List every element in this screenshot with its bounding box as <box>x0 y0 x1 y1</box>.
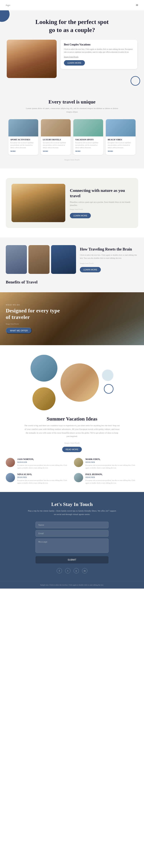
team-role-mark: DESIGNER <box>85 461 138 463</box>
connecting-card: Connecting with nature as you travel Pha… <box>6 178 138 228</box>
summer-read-more-button[interactable]: READ MORE <box>62 447 82 452</box>
summer-subtitle: The world is big and there are countless… <box>24 424 120 438</box>
every-travel-subtitle: Lorem ipsum dolor sit amet, consectetur … <box>24 107 120 114</box>
designed-title: Designed for every type of traveler <box>6 307 63 320</box>
hero-couple-photo <box>7 40 57 78</box>
contact-title: Let's Stay In Touch <box>6 501 138 507</box>
hero-card-title: Best Couples Vacations <box>64 43 134 46</box>
team-info-jass: JASS NORTON, MANAGER Excepteur sint occa… <box>17 458 70 469</box>
contact-email-input[interactable] <box>35 530 109 537</box>
reset-title: How Traveling Resets the Brain <box>80 247 138 252</box>
sport-card-label: SPORT ACTIVITIES <box>8 138 38 141</box>
reset-images <box>6 245 76 274</box>
beach-card-image <box>106 119 136 136</box>
reset-text-block: How Traveling Resets the Brain Click to … <box>80 247 138 272</box>
sport-card-image <box>8 119 38 136</box>
twitter-icon[interactable]: t <box>65 568 70 574</box>
reset-section: How Traveling Resets the Brain Click to … <box>0 238 144 292</box>
team-role-jass: MANAGER <box>17 461 70 463</box>
connecting-image <box>11 184 65 222</box>
team-avatar-jass <box>6 458 15 467</box>
summer-title: Summer Vacation Ideas <box>6 416 138 422</box>
reset-inner: How Traveling Resets the Brain Click to … <box>6 245 138 274</box>
team-desc-mark: Excepteur sint occaecat non proident, bu… <box>85 464 138 469</box>
connecting-learn-more-button[interactable]: LEARN MORE <box>70 213 91 218</box>
summer-small-circle-2 <box>32 388 56 410</box>
summer-small-circles <box>31 355 57 410</box>
logo[interactable]: logo <box>6 4 10 7</box>
hero-content: Best Couples Vacations Click to select t… <box>7 40 137 78</box>
beach-card-text: Excepteur sint occaecat cupidatat non pr… <box>106 142 136 149</box>
vacation-card-label: VACATION SPOTS <box>73 138 103 141</box>
footer-text: Sample text. Click to select the text bo… <box>6 584 138 586</box>
team-avatar-nina <box>6 473 15 482</box>
connecting-title: Connecting with nature as you travel <box>70 188 133 199</box>
facebook-icon[interactable]: f <box>57 568 62 574</box>
hero-outline-circle <box>131 76 140 86</box>
contact-message-input[interactable] <box>35 538 109 553</box>
hero-info-card: Best Couples Vacations Click to select t… <box>60 40 137 69</box>
connecting-image-credit: Image from Pexels <box>70 208 133 210</box>
travel-card-hotel: LUXURY HOTELS Excepteur sint occaecat cu… <box>41 119 71 155</box>
designed-content: WHAT WE DO Designed for every type of tr… <box>6 304 138 334</box>
travel-card-sport: SPORT ACTIVITIES Excepteur sint occaecat… <box>8 119 38 155</box>
contact-section: Let's Stay In Touch Plan a trip for the … <box>0 492 144 581</box>
hotel-card-text: Excepteur sint occaecat cupidatat non pr… <box>41 142 71 149</box>
team-name-paul: PAUL HUDSON, <box>85 473 138 476</box>
team-info-nina: NINA SCAVO, DESIGNER Excepteur sint occa… <box>17 473 70 484</box>
team-info-paul: PAUL HUDSON, DESIGNER Excepteur sint occ… <box>85 473 138 484</box>
reset-image-1 <box>6 245 27 274</box>
summer-visual-area <box>6 355 138 410</box>
team-desc-paul: Excepteur sint occaecat non proident, bu… <box>85 479 138 484</box>
hero-card-text: Click to select the text box. Click agai… <box>64 48 134 54</box>
navbar: logo ≡ <box>0 0 144 10</box>
every-travel-section: Every travel is unique Lorem ipsum dolor… <box>0 90 144 168</box>
summer-image-credit: Images from Pexels <box>6 442 138 444</box>
designed-offer-button[interactable]: WHAT WE OFFER <box>6 328 32 334</box>
team-role-paul: DESIGNER <box>85 476 138 478</box>
hero-learn-more-button[interactable]: LEARN MORE <box>64 60 85 66</box>
connecting-desc: Phasellus a ultrices quam eget arcu grav… <box>70 201 133 207</box>
travel-card-beach: BEACH VIBES Excepteur sint occaecat cupi… <box>106 119 136 155</box>
hotel-card-more[interactable]: MORE <box>41 150 71 152</box>
team-role-nina: DESIGNER <box>17 476 70 478</box>
team-desc-nina: Excepteur sint occaecat non proident, bu… <box>17 479 70 484</box>
team-name-nina: NINA SCAVO, <box>17 473 70 476</box>
reset-image-credit: Images from Pexels <box>80 262 138 264</box>
reset-image-3 <box>51 245 76 274</box>
connecting-section: Connecting with nature as you travel Pha… <box>0 168 144 238</box>
designed-section: WHAT WE DO Designed for every type of tr… <box>0 292 144 345</box>
vacation-card-text: Excepteur sint occaecat cupidatat non pr… <box>73 142 103 149</box>
team-card-nina: NINA SCAVO, DESIGNER Excepteur sint occa… <box>6 473 70 484</box>
youtube-icon[interactable]: y <box>74 568 79 574</box>
travel-card-vacation: VACATION SPOTS Excepteur sint occaecat c… <box>73 119 103 155</box>
contact-submit-button[interactable]: SUBMIT <box>35 556 109 563</box>
reset-learn-more-button[interactable]: LEARN MORE <box>80 267 101 272</box>
footer: Sample text. Click to select the text bo… <box>0 581 144 589</box>
summer-text-block: Summer Vacation Ideas The world is big a… <box>6 416 138 452</box>
contact-desc: Plan a trip for the whole family—from fa… <box>28 509 116 516</box>
hero-image-wrapper <box>7 40 57 78</box>
contact-name-input[interactable] <box>35 522 109 528</box>
sport-card-more[interactable]: MORE <box>8 150 38 152</box>
hamburger-menu-icon[interactable]: ≡ <box>136 3 138 8</box>
hotel-card-image <box>41 119 71 136</box>
beach-card-label: BEACH VIBES <box>106 138 136 141</box>
team-name-jass: JASS NORTON, <box>17 458 70 461</box>
hotel-card-label: LUXURY HOTELS <box>41 138 71 141</box>
summer-outline-circle <box>104 384 113 394</box>
hero-card-image-link[interactable]: Image from Pexels <box>64 56 134 58</box>
beach-card-more[interactable]: MORE <box>106 150 136 152</box>
benefits-title: Benefits of Travel <box>6 280 138 285</box>
social-icons-row: f t y in <box>6 568 138 574</box>
summer-section: Summer Vacation Ideas The world is big a… <box>0 345 144 492</box>
linkedin-icon[interactable]: in <box>82 568 87 574</box>
team-avatar-paul <box>74 473 83 482</box>
vacation-card-more[interactable]: MORE <box>73 150 103 152</box>
summer-blue-deco-circle <box>102 370 113 381</box>
hero-title: Looking for the perfect spot go to as a … <box>6 18 138 34</box>
reset-image-2 <box>28 245 50 274</box>
team-card-mark: MARK EDEN, DESIGNER Excepteur sint occae… <box>74 458 138 469</box>
designed-what-label: WHAT WE DO <box>6 304 138 306</box>
hero-section: Looking for the perfect spot go to as a … <box>0 10 144 90</box>
